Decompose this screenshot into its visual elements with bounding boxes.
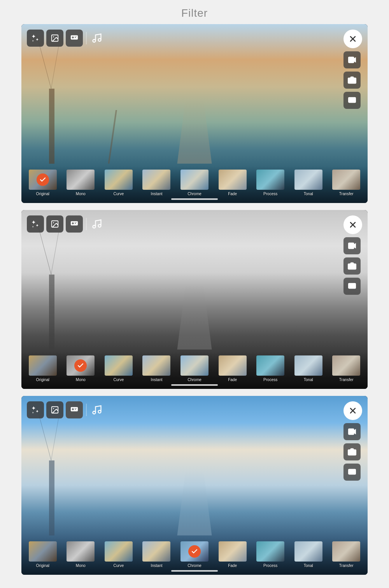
filter-label-chrome-3: Chrome bbox=[187, 564, 202, 568]
filter-curve-3[interactable]: Curve bbox=[100, 541, 137, 568]
filter-label-transfer-3: Transfer bbox=[339, 564, 354, 568]
camera-button-1[interactable] bbox=[343, 72, 361, 89]
filter-label-original-2: Original bbox=[36, 378, 49, 382]
filter-process-3[interactable]: Process bbox=[252, 541, 289, 568]
toolbar-1 bbox=[27, 30, 104, 47]
filter-thumb-chrome-2 bbox=[180, 355, 209, 376]
filter-thumb-instant-3 bbox=[142, 541, 171, 562]
filter-tonal-3[interactable]: Tonal bbox=[290, 541, 327, 568]
gamepad-button-2[interactable] bbox=[66, 215, 83, 233]
right-sidebar-1 bbox=[343, 30, 362, 109]
filter-thumb-process-1 bbox=[256, 169, 285, 191]
filter-thumb-transfer-2 bbox=[331, 355, 361, 376]
svg-rect-2 bbox=[349, 57, 354, 63]
toolbar-divider-2 bbox=[86, 218, 87, 230]
filter-thumb-curve-1 bbox=[104, 169, 133, 191]
filter-label-instant-2: Instant bbox=[151, 378, 162, 382]
filter-strip-3: Original Mono Curve Instant bbox=[21, 538, 368, 575]
filter-chrome-2[interactable]: Chrome bbox=[176, 355, 213, 382]
filter-transfer-1[interactable]: Transfer bbox=[328, 169, 365, 196]
filter-thumb-process-3 bbox=[256, 541, 285, 562]
music-button-3[interactable] bbox=[90, 403, 104, 417]
video-button-1[interactable] bbox=[343, 51, 361, 68]
filter-chrome-3[interactable]: Chrome bbox=[176, 541, 213, 568]
filter-fade-3[interactable]: Fade bbox=[214, 541, 251, 568]
filter-instant-1[interactable]: Instant bbox=[138, 169, 175, 196]
filter-fade-1[interactable]: Fade bbox=[214, 169, 251, 196]
filter-curve-2[interactable]: Curve bbox=[100, 355, 137, 382]
filter-label-process-1: Process bbox=[263, 192, 277, 196]
filter-thumb-tonal-2 bbox=[294, 355, 323, 376]
toolbar-divider-3 bbox=[86, 404, 87, 416]
filter-label-curve-2: Curve bbox=[114, 378, 124, 382]
filter-original-1[interactable]: Original bbox=[25, 169, 61, 196]
svg-point-13 bbox=[53, 408, 54, 409]
filter-tonal-2[interactable]: Tonal bbox=[290, 355, 327, 382]
filter-label-original-3: Original bbox=[36, 564, 49, 568]
camera-button-2[interactable] bbox=[343, 257, 361, 275]
filter-label-chrome-1: Chrome bbox=[187, 192, 202, 196]
check-icon-3 bbox=[188, 545, 201, 558]
filter-transfer-2[interactable]: Transfer bbox=[328, 355, 365, 382]
filter-label-curve-3: Curve bbox=[114, 564, 124, 568]
filter-instant-3[interactable]: Instant bbox=[138, 541, 175, 568]
filter-thumb-transfer-1 bbox=[331, 169, 361, 191]
svg-rect-8 bbox=[349, 243, 354, 249]
filter-label-mono-1: Mono bbox=[76, 192, 86, 196]
filter-label-tonal-1: Tonal bbox=[304, 192, 313, 196]
filter-original-3[interactable]: Original bbox=[25, 541, 61, 568]
filter-thumb-transfer-3 bbox=[331, 541, 361, 562]
toolbar-divider-1 bbox=[86, 32, 87, 44]
filter-fade-2[interactable]: Fade bbox=[214, 355, 251, 382]
filter-process-2[interactable]: Process bbox=[252, 355, 289, 382]
scroll-indicator-1 bbox=[171, 198, 218, 200]
panel-2: Original Mono Curve bbox=[21, 210, 368, 389]
close-button-3[interactable] bbox=[343, 401, 362, 420]
filter-mono-2[interactable]: Mono bbox=[63, 355, 99, 382]
filter-label-fade-3: Fade bbox=[228, 564, 237, 568]
filter-thumb-original-1 bbox=[28, 169, 58, 191]
filter-instant-2[interactable]: Instant bbox=[138, 355, 175, 382]
filter-mono-3[interactable]: Mono bbox=[63, 541, 99, 568]
filter-label-process-3: Process bbox=[263, 564, 277, 568]
svg-point-7 bbox=[53, 222, 54, 223]
filter-original-2[interactable]: Original bbox=[25, 355, 61, 382]
filter-transfer-3[interactable]: Transfer bbox=[328, 541, 365, 568]
filter-process-1[interactable]: Process bbox=[252, 169, 289, 196]
filter-items-3: Original Mono Curve Instant bbox=[25, 541, 364, 568]
gamepad-button-1[interactable] bbox=[66, 30, 83, 47]
filter-thumb-process-2 bbox=[256, 355, 285, 376]
video-button-3[interactable] bbox=[343, 423, 361, 440]
close-button-1[interactable] bbox=[343, 30, 362, 48]
screen-button-2[interactable] bbox=[343, 278, 361, 295]
filter-label-instant-1: Instant bbox=[151, 192, 162, 196]
wand-button-3[interactable] bbox=[27, 401, 44, 418]
image-button-1[interactable] bbox=[46, 30, 63, 47]
music-button-2[interactable] bbox=[90, 217, 104, 231]
image-button-3[interactable] bbox=[46, 401, 63, 418]
filter-tonal-1[interactable]: Tonal bbox=[290, 169, 327, 196]
filter-thumb-fade-2 bbox=[218, 355, 247, 376]
check-icon-2 bbox=[74, 359, 87, 372]
filter-curve-1[interactable]: Curve bbox=[100, 169, 137, 196]
filter-label-tonal-3: Tonal bbox=[304, 564, 313, 568]
wand-button-1[interactable] bbox=[27, 30, 44, 47]
gamepad-button-3[interactable] bbox=[66, 401, 83, 418]
filter-chrome-1[interactable]: Chrome bbox=[176, 169, 213, 196]
filter-mono-1[interactable]: Mono bbox=[63, 169, 99, 196]
right-sidebar-3 bbox=[343, 401, 362, 481]
filter-label-fade-2: Fade bbox=[228, 378, 237, 382]
filter-strip-2: Original Mono Curve bbox=[21, 352, 368, 389]
video-button-2[interactable] bbox=[343, 237, 361, 254]
camera-button-3[interactable] bbox=[343, 443, 361, 460]
filter-thumb-fade-1 bbox=[218, 169, 247, 191]
filter-label-chrome-2: Chrome bbox=[187, 378, 202, 382]
wand-button-2[interactable] bbox=[27, 215, 44, 233]
close-button-2[interactable] bbox=[343, 215, 362, 234]
filter-label-original-1: Original bbox=[36, 192, 49, 196]
screen-button-3[interactable] bbox=[343, 464, 361, 481]
music-button-1[interactable] bbox=[90, 31, 104, 45]
image-button-2[interactable] bbox=[46, 215, 63, 233]
filter-label-mono-2: Mono bbox=[76, 378, 86, 382]
screen-button-1[interactable] bbox=[343, 92, 361, 109]
